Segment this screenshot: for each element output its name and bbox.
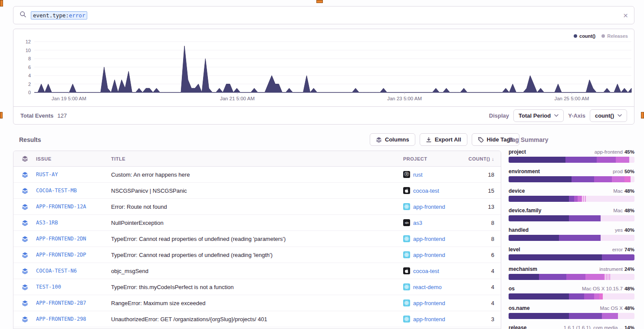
- tag-distribution-bar[interactable]: [509, 215, 634, 221]
- tag-percent: 40%: [624, 227, 634, 233]
- total-events-value: 127: [57, 112, 67, 119]
- events-chart-card: count() Releases 024681012Jan 19 5:00 AM…: [13, 29, 634, 125]
- tag-distribution-bar[interactable]: [509, 313, 634, 319]
- tag-bar-segment: [594, 293, 599, 299]
- issue-id-link[interactable]: APP-FRONTEND-12A: [36, 204, 111, 210]
- column-header-issue[interactable]: ISSUE: [36, 156, 111, 161]
- tag-top-value: app-frontend45%: [595, 149, 634, 155]
- tag-block: levelerror74%: [509, 247, 634, 260]
- tag-distribution-bar[interactable]: [509, 176, 634, 182]
- project-link[interactable]: app-frontend: [403, 316, 468, 322]
- tag-name: environment: [509, 168, 540, 174]
- tag-bar-segment: [599, 293, 603, 299]
- search-query-token[interactable]: event.type:error: [31, 11, 87, 20]
- export-all-button[interactable]: Export All: [420, 133, 467, 146]
- react-project-icon: [403, 251, 410, 258]
- tag-bar-segment: [509, 313, 569, 319]
- column-header-count[interactable]: COUNT() ↓: [468, 156, 501, 161]
- tag-block: os.nameMac OS X48%: [509, 305, 634, 319]
- tag-bar-segment: [601, 235, 634, 241]
- tag-top-value: prod50%: [613, 169, 634, 174]
- issue-id-link[interactable]: APP-FRONTEND-2B7: [36, 300, 111, 306]
- issue-id-link[interactable]: AS3-1RB: [36, 220, 111, 226]
- display-dropdown[interactable]: Total Period: [513, 109, 564, 122]
- project-name: app-frontend: [413, 204, 445, 210]
- project-link[interactable]: app-frontend: [403, 251, 468, 258]
- legend-item-count[interactable]: count(): [574, 33, 595, 39]
- project-link[interactable]: cocoa-test: [403, 187, 468, 194]
- issue-id-link[interactable]: RUST-AY: [36, 171, 111, 178]
- column-header-title[interactable]: TITLE: [111, 156, 403, 161]
- tag-top-value: Mac48%: [613, 208, 634, 213]
- tag-bar-segment: [629, 157, 634, 163]
- project-name: react-demo: [413, 284, 442, 290]
- tag-bar-segment: [509, 176, 572, 182]
- tag-distribution-bar[interactable]: [509, 157, 634, 163]
- tag-top-value: 1.6.1 (1.6.1), com.media…14%: [564, 325, 634, 329]
- count-value: 8: [468, 220, 501, 226]
- tag-top-value: Mac OS X48%: [600, 306, 634, 311]
- project-name: app-frontend: [413, 300, 445, 306]
- tag-block: deviceMac48%: [509, 188, 634, 202]
- project-link[interactable]: app-frontend: [403, 299, 468, 306]
- tag-distribution-bar[interactable]: [509, 196, 634, 202]
- tag-bar-segment: [602, 313, 618, 319]
- issue-id-link[interactable]: COCOA-TEST-MB: [36, 188, 111, 194]
- tag-distribution-bar[interactable]: [509, 254, 634, 260]
- count-value: 13: [468, 204, 501, 210]
- project-link[interactable]: Ⓡrust: [403, 171, 468, 178]
- issue-id-link[interactable]: APP-FRONTEND-2DP: [36, 252, 111, 258]
- tag-bar-segment: [509, 215, 569, 221]
- tag-bar-segment: [572, 176, 594, 182]
- rust-project-icon: Ⓡ: [403, 171, 410, 178]
- tag-bar-segment: [566, 274, 585, 280]
- x-axis-tick-label: Jan 25 5:00 AM: [554, 96, 589, 101]
- events-area-chart: 024681012Jan 19 5:00 AMJan 21 5:00 AMJan…: [13, 29, 634, 106]
- tag-bar-segment: [539, 274, 567, 280]
- project-link[interactable]: </>as3: [403, 219, 468, 226]
- tag-percent: 48%: [624, 188, 634, 194]
- table-row: APP-FRONTEND-12AError: Route not foundap…: [13, 199, 501, 215]
- tag-bar-segment: [616, 157, 630, 163]
- project-link[interactable]: app-frontend: [403, 203, 468, 210]
- count-value: 18: [468, 171, 501, 178]
- columns-button[interactable]: Columns: [370, 133, 415, 146]
- legend-item-releases[interactable]: Releases: [601, 33, 628, 39]
- tag-bar-segment: [584, 293, 594, 299]
- issue-id-link[interactable]: APP-FRONTEND-2DN: [36, 236, 111, 242]
- crop-handle-artifact: [641, 112, 644, 118]
- table-body: RUST-AYCustom: An error happens hereⓇrus…: [13, 167, 501, 329]
- project-link[interactable]: app-frontend: [403, 235, 468, 242]
- yaxis-dropdown-value: count(): [595, 112, 614, 119]
- total-events-label: Total Events: [20, 112, 53, 119]
- issue-title: Custom: An error happens here: [111, 171, 403, 178]
- tag-bar-segment: [569, 313, 601, 319]
- project-link[interactable]: react-demo: [403, 283, 468, 290]
- tag-name: level: [509, 247, 520, 253]
- search-clear-icon[interactable]: ×: [623, 11, 628, 20]
- issue-title: Error: Route not found: [111, 204, 403, 210]
- table-row: COCOA-TEST-N6objc_msgSendcocoa-test4: [13, 263, 501, 279]
- tag-bar-segment: [612, 176, 624, 182]
- column-header-project[interactable]: PROJECT: [403, 156, 468, 161]
- issue-id-link[interactable]: COCOA-TEST-N6: [36, 268, 111, 274]
- tag-percent: 48%: [624, 208, 634, 213]
- yaxis-dropdown[interactable]: count(): [590, 109, 627, 122]
- tag-summary-heading: Tag Summary: [509, 136, 634, 143]
- columns-button-label: Columns: [385, 136, 409, 143]
- chart-footer: Total Events 127 Display Total Period Y-…: [13, 106, 634, 124]
- table-header-row: ISSUE TITLE PROJECT COUNT() ↓: [13, 151, 501, 167]
- tag-distribution-bar[interactable]: [509, 274, 634, 280]
- issue-id-link[interactable]: TEST-100: [36, 284, 111, 290]
- search-bar[interactable]: event.type:error ×: [13, 6, 634, 24]
- tag-distribution-bar[interactable]: [509, 293, 634, 299]
- tag-bar-segment: [585, 274, 605, 280]
- issue-id-link[interactable]: APP-FRONTEND-298: [36, 316, 111, 322]
- project-link[interactable]: cocoa-test: [403, 267, 468, 274]
- apple-project-icon: [403, 267, 410, 274]
- tag-top-value: Mac48%: [613, 188, 634, 194]
- tag-distribution-bar[interactable]: [509, 235, 634, 241]
- tag-bar-segment: [509, 196, 569, 202]
- issue-title: TypeError: this.myCodeIsPerfect is not a…: [111, 284, 403, 290]
- tag-name: os.name: [509, 305, 530, 311]
